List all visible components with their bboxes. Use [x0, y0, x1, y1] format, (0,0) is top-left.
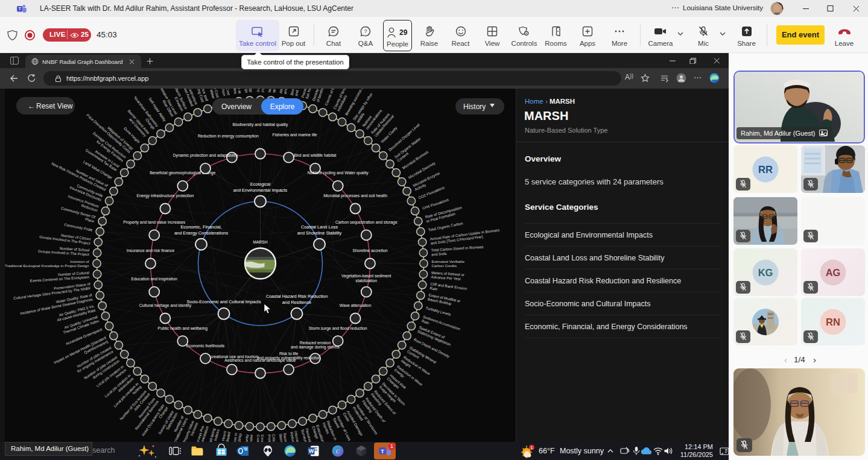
svg-text:T: T	[19, 7, 21, 11]
svg-text:←: ←	[28, 102, 35, 110]
svg-text:Aesthetics and natural landsca: Aesthetics and natural landscape value	[224, 358, 296, 363]
svg-text:?: ?	[364, 28, 367, 34]
svg-text:Nutrient cycling and Water qua: Nutrient cycling and Water quality	[308, 171, 369, 175]
svg-text:Dynamic protection and adaptab: Dynamic protection and adaptability	[173, 153, 238, 158]
svg-text:Socio-Economic and Cultural Im: Socio-Economic and Cultural Impacts	[186, 299, 261, 304]
svg-text:Education and inspiration: Education and inspiration	[131, 277, 178, 282]
svg-text:Reduction in energy consumptio: Reduction in energy consumption	[198, 134, 259, 139]
svg-text:Economic, Financial,and Energy: Economic, Financial,and Energy Considera…	[174, 224, 228, 236]
svg-text:History: History	[463, 102, 486, 111]
svg-text:Wave attenuation: Wave attenuation	[340, 303, 372, 307]
svg-text:Critical InfrastructureProtect: Critical InfrastructureProtected	[267, 434, 278, 442]
svg-text:Coastal Land Lossand Shoreline: Coastal Land Lossand Shoreline Stability	[297, 224, 342, 236]
svg-text:Carbon sequestration and stora: Carbon sequestration and storage	[335, 220, 398, 225]
svg-text:Property and land value increa: Property and land value increases	[123, 220, 185, 225]
svg-text:Recreational use and tourism: Recreational use and tourism	[205, 354, 259, 359]
svg-text:C: C	[336, 449, 340, 455]
svg-text:Economic livelihoods: Economic livelihoods	[186, 344, 225, 348]
svg-text:Storm surge and flood reductio: Storm surge and flood reduction	[309, 326, 367, 331]
svg-text:Emergency ResponseCosts Avoide: Emergency ResponseCosts Avoided	[256, 435, 265, 442]
svg-text:CommunityPreparedness Index: CommunityPreparedness Index	[242, 433, 253, 442]
svg-text:Public health and wellbeing: Public health and wellbeing	[158, 326, 208, 331]
svg-text:T: T	[381, 449, 384, 455]
svg-text:Explore: Explore	[270, 102, 295, 111]
svg-text:29: 29	[399, 28, 408, 37]
svg-text:Cultural heritage and identity: Cultural heritage and identity	[139, 303, 192, 308]
svg-text:Insurance and risk finance: Insurance and risk finance	[127, 248, 175, 253]
svg-text:W: W	[309, 448, 314, 454]
svg-text:Survival Rate ofPlanted Vegeta: Survival Rate ofPlanted Vegetation	[256, 89, 264, 92]
svg-text:Microbial processes and soil h: Microbial processes and soil health	[323, 194, 387, 198]
svg-text:Reset View: Reset View	[36, 102, 73, 110]
svg-text:Bird and wildlife habitat: Bird and wildlife habitat	[294, 153, 337, 157]
svg-text:MARSH: MARSH	[253, 240, 268, 244]
svg-text:Shoreline accretion: Shoreline accretion	[352, 248, 387, 253]
svg-text:1: 1	[530, 445, 533, 450]
svg-text:Energy infrastructure protecti: Energy infrastructure protection	[136, 194, 194, 198]
svg-text:Overview: Overview	[221, 102, 252, 111]
svg-text:Fisheries and marine life: Fisheries and marine life	[273, 133, 317, 137]
svg-text:Biodiversity and habitat quali: Biodiversity and habitat quality	[233, 122, 288, 127]
